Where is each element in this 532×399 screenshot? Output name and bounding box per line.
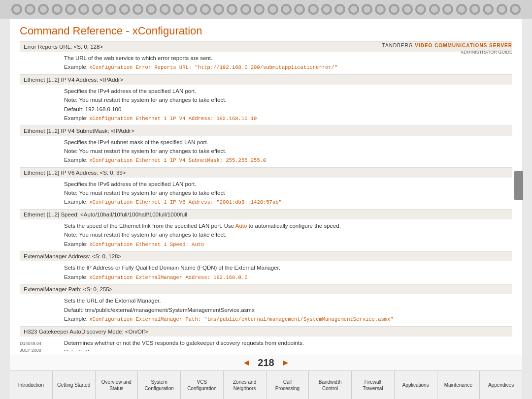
spiral-ring <box>334 4 345 15</box>
spiral-ring <box>321 4 332 15</box>
brand-product: VIDEO COMMUNICATIONS SERVER <box>415 43 512 48</box>
ethernet-subnet-note: Note: You must restart the system for an… <box>64 147 508 155</box>
spiral-ring <box>92 4 103 15</box>
spiral-ring <box>186 4 197 15</box>
tab-applications[interactable]: Applications <box>395 371 437 399</box>
section-body-ethernet-ipv6: Specifies the IPv6 address of the specif… <box>20 178 512 209</box>
brand-guide: ADMINISTRATOR GUIDE <box>382 49 512 56</box>
spiral-ring <box>78 4 89 15</box>
tab-overview-status[interactable]: Overview andStatus <box>96 371 138 399</box>
section-externalmanager-path: ExternalManager Path: <S: 0, 255> <box>20 284 512 294</box>
spiral-ring <box>52 4 63 15</box>
tab-maintenance[interactable]: Maintenance <box>437 371 480 399</box>
spiral-ring <box>402 4 413 15</box>
spiral-ring <box>308 4 319 15</box>
spiral-ring <box>267 4 278 15</box>
spiral-ring <box>483 4 494 15</box>
spiral-ring <box>497 4 507 15</box>
page-header: Command Reference - xConfiguration <box>10 19 522 41</box>
ethernet-speed-desc: Sets the speed of the Ethernet link from… <box>64 222 508 230</box>
spiral-ring <box>415 4 426 15</box>
h323-gatekeeper-default: Default: On <box>64 348 508 351</box>
section-body-h323-gatekeeper: Determines whether or not the VCS respon… <box>20 337 512 352</box>
brand-info: TANDBERG VIDEO COMMUNICATIONS SERVER ADM… <box>382 42 512 56</box>
spiral-ring <box>227 4 237 15</box>
page-number: 218 <box>255 357 277 368</box>
side-tab <box>514 171 523 200</box>
next-page-arrow[interactable]: ► <box>277 358 294 368</box>
spiral-ring <box>375 4 386 15</box>
spiral-ring <box>442 4 453 15</box>
spiral-ring <box>65 4 76 15</box>
spiral-ring <box>510 4 521 15</box>
spiral-ring <box>146 4 157 15</box>
page-number-bar: ◄ 218 ► <box>10 355 522 370</box>
ethernet-speed-example: Example: xConfiguration Ethernet 1 Speed… <box>64 240 508 249</box>
spiral-ring <box>173 4 184 15</box>
spiral-ring <box>294 4 305 15</box>
extmgr-path-default: Default: tms/public/external/management/… <box>64 306 508 314</box>
ethernet-ipv4-default: Default: 192.168.0.100 <box>64 105 508 114</box>
tab-bandwidth-control[interactable]: BandwidthControl <box>309 371 352 399</box>
tab-system-configuration[interactable]: SystemConfiguration <box>138 371 181 399</box>
section-h323-gatekeeper: H323 Gatekeeper AutoDiscovery Mode: <On/… <box>20 326 512 337</box>
footer-nav: Introduction Getting Started Overview an… <box>10 370 522 399</box>
ethernet-ipv6-note: Note: You must restart the system for an… <box>64 189 508 197</box>
tab-vcs-configuration[interactable]: VCSConfiguration <box>181 371 224 399</box>
auto-highlight: Auto <box>235 223 247 229</box>
tab-zones-neighbors[interactable]: Zones andNeighbors <box>224 371 266 399</box>
brand-name: TANDBERG VIDEO COMMUNICATIONS SERVER <box>382 42 512 49</box>
ethernet-ipv4-note: Note: You must restart the system for an… <box>64 96 508 104</box>
section-body-ethernet-ipv4: Specifies the IPv4 address of the specif… <box>20 85 512 125</box>
ethernet-ipv6-example: Example: xConfiguration Ethernet 1 IP V6… <box>64 198 508 207</box>
ethernet-ipv4-desc: Specifies the IPv4 address of the specif… <box>64 87 508 95</box>
spiral-ring <box>469 4 480 15</box>
spiral-ring <box>348 4 359 15</box>
page-container: Command Reference - xConfiguration TANDB… <box>10 19 522 399</box>
page-title: Command Reference - xConfiguration <box>20 25 512 37</box>
spiral-ring <box>240 4 251 15</box>
doc-date: JULY 2008 <box>20 347 41 354</box>
prev-page-arrow[interactable]: ◄ <box>238 358 255 368</box>
tab-introduction[interactable]: Introduction <box>10 371 53 399</box>
spiral-ring <box>11 4 22 15</box>
extmgr-path-example: Example: xConfiguration ExternalManager … <box>64 315 508 324</box>
spiral-ring <box>38 4 49 15</box>
spiral-ring <box>362 4 372 15</box>
section-body-externalmanager-path: Sets the URL of the External Manager. De… <box>20 294 512 326</box>
tab-call-processing[interactable]: CallProcessing <box>266 371 309 399</box>
spiral-ring <box>105 4 116 15</box>
spiral-ring <box>456 4 467 15</box>
extmgr-address-desc: Sets the IP Address or Fully Qualified D… <box>64 264 508 272</box>
error-reports-example: Example: xConfiguration Error Reports UR… <box>64 63 508 72</box>
section-ethernet-speed: Ethernet [1..2] Speed: <Auto/10half/10fu… <box>20 209 512 219</box>
ethernet-speed-note: Note: You must restart the system for an… <box>64 231 508 239</box>
tab-appendices[interactable]: Appendices <box>480 371 522 399</box>
tab-getting-started[interactable]: Getting Started <box>53 371 96 399</box>
extmgr-path-desc: Sets the URL of the External Manager. <box>64 297 508 305</box>
section-body-ethernet-speed: Sets the speed of the Ethernet link from… <box>20 219 512 251</box>
spiral-ring <box>133 4 143 15</box>
ethernet-ipv4-example: Example: xConfiguration Ethernet 1 IP V4… <box>64 114 508 123</box>
spiral-ring <box>25 4 35 15</box>
extmgr-address-example: Example: xConfiguration ExternalManager … <box>64 273 508 282</box>
spiral-ring <box>254 4 265 15</box>
section-body-externalmanager-address: Sets the IP Address or Fully Qualified D… <box>20 261 512 284</box>
spiral-ring <box>281 4 292 15</box>
doc-info: D14049.04 JULY 2008 <box>20 340 41 354</box>
section-ethernet-ipv4: Ethernet [1..2] IP V4 Address: <IPAddr> <box>20 74 512 85</box>
doc-number: D14049.04 <box>20 340 41 347</box>
spiral-ring <box>213 4 224 15</box>
h323-gatekeeper-desc: Determines whether or not the VCS respon… <box>64 339 508 347</box>
spiral-ring <box>119 4 130 15</box>
section-externalmanager-address: ExternalManager Address: <S: 0, 128> <box>20 251 512 261</box>
ethernet-subnet-example: Example: xConfiguration Ethernet 1 IP V4… <box>64 156 508 165</box>
content-area: Error Reports URL: <S: 0, 128> The URL o… <box>10 41 522 351</box>
section-body-ethernet-ipv4-subnet: Specifies the IPv4 subnet mask of the sp… <box>20 136 512 167</box>
tab-firewall-traversal[interactable]: FirewallTraversal <box>352 371 395 399</box>
ethernet-subnet-desc: Specifies the IPv4 subnet mask of the sp… <box>64 138 508 147</box>
spiral-ring <box>200 4 211 15</box>
ethernet-ipv6-desc: Specifies the IPv6 address of the specif… <box>64 180 508 188</box>
section-ethernet-ipv4-subnet: Ethernet [1..2] IP V4 SubnetMask: <IPAdd… <box>20 125 512 136</box>
spiral-ring <box>160 4 170 15</box>
